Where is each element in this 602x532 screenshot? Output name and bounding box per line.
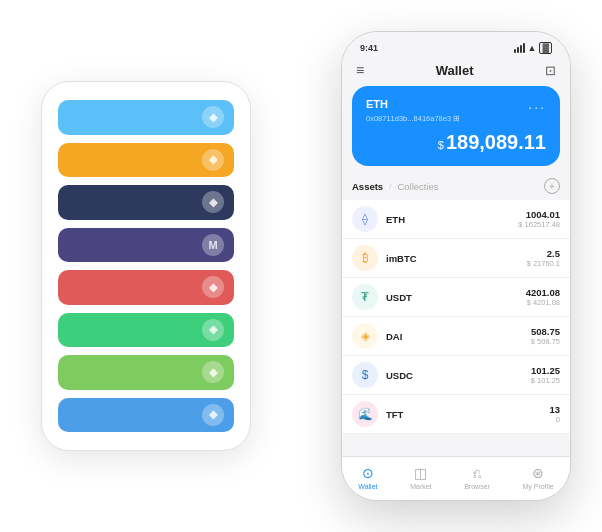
asset-primary-amount: 2.5 <box>527 248 560 259</box>
asset-secondary-amount: $ 162517.48 <box>518 220 560 229</box>
asset-secondary-amount: $ 21760.1 <box>527 259 560 268</box>
asset-item-dai[interactable]: ◈DAI508.75$ 508.75 <box>342 317 570 356</box>
status-icons: ▲ ▓ <box>514 42 552 54</box>
asset-item-usdt[interactable]: ₮USDT4201.08$ 4201.08 <box>342 278 570 317</box>
asset-item-eth[interactable]: ⟠ETH1004.01$ 162517.48 <box>342 200 570 239</box>
assets-tabs: Assets / Collecties <box>352 181 439 192</box>
asset-secondary-amount: $ 508.75 <box>531 337 560 346</box>
wallet-balance: $189,089.11 <box>366 131 546 154</box>
nav-label-my-profile: My Profile <box>523 483 554 490</box>
card-row-2[interactable]: ◆ <box>58 185 234 220</box>
asset-icon-dai: ◈ <box>352 323 378 349</box>
time-label: 9:41 <box>360 43 378 53</box>
asset-primary-amount: 508.75 <box>531 326 560 337</box>
asset-secondary-amount: $ 101.25 <box>531 376 560 385</box>
nav-label-wallet: Wallet <box>358 483 377 490</box>
card-row-3[interactable]: M <box>58 228 234 263</box>
scan-icon[interactable]: ⊡ <box>545 63 556 78</box>
asset-name-imbtc: imBTC <box>386 253 527 264</box>
nav-icon-my-profile: ⊛ <box>532 465 544 481</box>
asset-icon-imbtc: ₿ <box>352 245 378 271</box>
asset-amounts-eth: 1004.01$ 162517.48 <box>518 209 560 229</box>
add-asset-button[interactable]: + <box>544 178 560 194</box>
nav-icon-wallet: ⊙ <box>362 465 374 481</box>
asset-name-usdt: USDT <box>386 292 526 303</box>
front-phone: 9:41 ▲ ▓ ≡ Wallet ⊡ ETH <box>341 31 571 501</box>
balance-amount: 189,089.11 <box>446 131 546 153</box>
asset-primary-amount: 1004.01 <box>518 209 560 220</box>
asset-primary-amount: 4201.08 <box>526 287 560 298</box>
tab-assets[interactable]: Assets <box>352 181 383 192</box>
card-row-7[interactable]: ◆ <box>58 398 234 433</box>
nav-item-browser[interactable]: ⎌Browser <box>464 465 490 490</box>
asset-amounts-tft: 130 <box>549 404 560 424</box>
nav-item-my-profile[interactable]: ⊛My Profile <box>523 465 554 490</box>
card-row-4[interactable]: ◆ <box>58 270 234 305</box>
menu-icon[interactable]: ≡ <box>356 62 364 78</box>
asset-icon-tft: 🌊 <box>352 401 378 427</box>
wallet-card-header: ETH ... <box>366 96 546 112</box>
card-row-6[interactable]: ◆ <box>58 355 234 390</box>
card-icon-3: M <box>202 234 224 256</box>
nav-item-wallet[interactable]: ⊙Wallet <box>358 465 377 490</box>
card-row-0[interactable]: ◆ <box>58 100 234 135</box>
signal-icon <box>514 43 525 53</box>
nav-item-market[interactable]: ◫Market <box>410 465 431 490</box>
nav-icon-browser: ⎌ <box>473 465 481 481</box>
asset-name-eth: ETH <box>386 214 518 225</box>
card-icon-1: ◆ <box>202 149 224 171</box>
asset-secondary-amount: 0 <box>549 415 560 424</box>
asset-name-usdc: USDC <box>386 370 531 381</box>
phone-header: ≡ Wallet ⊡ <box>342 58 570 86</box>
battery-icon: ▓ <box>539 42 552 54</box>
asset-primary-amount: 13 <box>549 404 560 415</box>
card-icon-7: ◆ <box>202 404 224 426</box>
nav-label-market: Market <box>410 483 431 490</box>
asset-item-usdc[interactable]: $USDC101.25$ 101.25 <box>342 356 570 395</box>
asset-name-dai: DAI <box>386 331 531 342</box>
assets-header: Assets / Collecties + <box>342 176 570 200</box>
scene: ◆◆◆M◆◆◆◆ 9:41 ▲ ▓ ≡ Wallet ⊡ <box>11 11 591 521</box>
wallet-address: 0x08711d3b...8416a78e3 ⊞ <box>366 114 546 123</box>
phone-content: ETH ... 0x08711d3b...8416a78e3 ⊞ $189,08… <box>342 86 570 456</box>
asset-primary-amount: 101.25 <box>531 365 560 376</box>
card-icon-6: ◆ <box>202 361 224 383</box>
header-title: Wallet <box>436 63 474 78</box>
asset-item-tft[interactable]: 🌊TFT130 <box>342 395 570 434</box>
asset-item-imbtc[interactable]: ₿imBTC2.5$ 21760.1 <box>342 239 570 278</box>
asset-icon-usdt: ₮ <box>352 284 378 310</box>
asset-icon-eth: ⟠ <box>352 206 378 232</box>
card-icon-4: ◆ <box>202 276 224 298</box>
wallet-card: ETH ... 0x08711d3b...8416a78e3 ⊞ $189,08… <box>352 86 560 166</box>
asset-amounts-usdt: 4201.08$ 4201.08 <box>526 287 560 307</box>
card-icon-5: ◆ <box>202 319 224 341</box>
wallet-more-icon[interactable]: ... <box>528 96 546 112</box>
currency-symbol: $ <box>438 139 444 151</box>
asset-amounts-dai: 508.75$ 508.75 <box>531 326 560 346</box>
nav-icon-market: ◫ <box>414 465 427 481</box>
card-row-1[interactable]: ◆ <box>58 143 234 178</box>
asset-list: ⟠ETH1004.01$ 162517.48₿imBTC2.5$ 21760.1… <box>342 200 570 456</box>
wallet-eth-label: ETH <box>366 98 388 110</box>
card-icon-2: ◆ <box>202 191 224 213</box>
wifi-icon: ▲ <box>528 43 537 53</box>
bottom-nav: ⊙Wallet◫Market⎌Browser⊛My Profile <box>342 456 570 500</box>
asset-amounts-imbtc: 2.5$ 21760.1 <box>527 248 560 268</box>
tab-divider: / <box>389 182 391 191</box>
asset-amounts-usdc: 101.25$ 101.25 <box>531 365 560 385</box>
tab-collecties[interactable]: Collecties <box>397 181 438 192</box>
asset-name-tft: TFT <box>386 409 549 420</box>
nav-label-browser: Browser <box>464 483 490 490</box>
back-phone: ◆◆◆M◆◆◆◆ <box>41 81 251 451</box>
card-icon-0: ◆ <box>202 106 224 128</box>
asset-secondary-amount: $ 4201.08 <box>526 298 560 307</box>
status-bar: 9:41 ▲ ▓ <box>342 32 570 58</box>
asset-icon-usdc: $ <box>352 362 378 388</box>
card-row-5[interactable]: ◆ <box>58 313 234 348</box>
